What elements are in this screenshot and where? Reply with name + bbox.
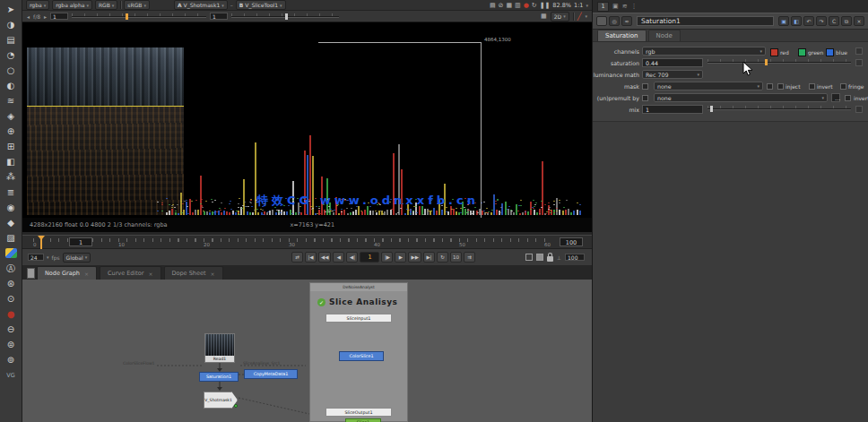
node-read[interactable]: Read1 — [204, 333, 235, 363]
luminance-math-select[interactable]: Rec 709▾ — [642, 70, 703, 79]
current-frame-field[interactable]: 1 — [69, 237, 92, 246]
bookmark-button[interactable]: ▣ — [778, 16, 789, 26]
refresh-icon[interactable]: ↻ — [532, 2, 537, 9]
play-backward-button[interactable]: ◀ — [333, 252, 344, 263]
node-color-slice[interactable]: ColorSlice1 — [339, 351, 384, 361]
backdrop-header-label[interactable]: DeNoiseAnalyst — [310, 283, 407, 291]
playhead[interactable] — [40, 236, 42, 249]
layer-dropdown[interactable]: rgba▾ — [26, 0, 49, 10]
layout-button[interactable] — [536, 254, 543, 261]
mask-checkbox[interactable] — [642, 83, 648, 90]
record-icon[interactable]: ● — [524, 2, 529, 9]
gamma-slider[interactable] — [231, 13, 339, 21]
draw-tool-icon[interactable]: ▤ — [3, 32, 20, 47]
mask-flag-fringe[interactable]: fringe — [840, 83, 864, 90]
chevron-down-icon[interactable]: ▾ — [586, 3, 588, 8]
redo-button[interactable]: ↷ — [816, 16, 827, 26]
bounce-mode-button[interactable]: ⇉ — [464, 252, 475, 263]
fullscreen-button[interactable] — [525, 254, 533, 261]
color-tool-icon[interactable]: ◐ — [3, 78, 20, 93]
playback-range-value[interactable]: 100 — [565, 254, 585, 261]
range-mode-dropdown[interactable]: Global▾ — [63, 253, 91, 263]
page-icon[interactable] — [27, 268, 35, 279]
properties-tab-saturation[interactable]: Saturation — [597, 30, 647, 41]
pause-icon[interactable]: ❚❚ — [540, 2, 551, 9]
close-tab-icon[interactable]: × — [148, 271, 152, 277]
tab-curve-editor[interactable]: Curve Editor× — [100, 266, 161, 280]
node-name-field[interactable]: Saturation1 — [637, 16, 774, 26]
pin-icon[interactable]: ▣ — [612, 3, 619, 10]
saturation-field[interactable]: 0.44 — [642, 58, 703, 67]
node-shotmask[interactable]: V_Shotmask1 — [204, 392, 238, 409]
node-saturation[interactable]: Saturation1 — [199, 372, 239, 382]
metadata-tool-icon[interactable]: ◆ — [3, 215, 20, 230]
playback-mode-icon[interactable]: ⊥ — [557, 254, 561, 261]
viewport-grid-icon[interactable]: ▦ — [541, 13, 547, 20]
close-tab-icon[interactable]: × — [84, 271, 89, 277]
step-forward-button[interactable]: |▶ — [381, 252, 393, 263]
framebuffer-icon[interactable]: ▤ — [490, 2, 496, 9]
close-tab-icon[interactable]: × — [210, 271, 214, 277]
gain-decrease-button[interactable]: ◂ — [27, 13, 30, 20]
node-color-swatch[interactable] — [596, 16, 607, 26]
mix-slider[interactable] — [707, 105, 851, 114]
gain-field[interactable]: 1 — [50, 13, 68, 20]
deep-tool-icon[interactable]: ≣ — [3, 185, 20, 200]
lock-range-icon[interactable] — [547, 256, 553, 262]
float-panel-button[interactable]: ⧉ — [841, 16, 852, 26]
chevron-down-icon[interactable]: ▾ — [585, 13, 587, 19]
filter-tool-icon[interactable]: ≋ — [3, 93, 20, 108]
channel-check-green[interactable]: green — [798, 48, 823, 56]
flipbook-icon[interactable]: ▦ — [506, 2, 512, 9]
undo-button[interactable]: ↶ — [803, 16, 814, 26]
saturation-slider[interactable] — [707, 58, 851, 67]
channels-dropdown[interactable]: rgba alpha▾ — [52, 0, 92, 10]
view-mode-dropdown[interactable]: 2D▾ — [551, 12, 569, 22]
plugin-colorful-icon[interactable] — [5, 248, 17, 258]
mix-field[interactable]: 1 — [642, 105, 703, 114]
plugin-red-icon[interactable]: ● — [3, 306, 20, 322]
chevron-down-icon[interactable]: ▾ — [47, 254, 49, 260]
channel-settings-box[interactable] — [855, 47, 863, 55]
tab-dope-sheet[interactable]: Dope Sheet× — [164, 266, 223, 280]
play-forward-fast-button[interactable]: ▶▶ — [408, 252, 421, 263]
image-tool-icon[interactable]: ◑ — [3, 17, 20, 32]
zoom-level[interactable]: 82.8% — [552, 2, 571, 9]
premult-checkbox[interactable] — [642, 95, 648, 101]
mix-animation-menu[interactable] — [855, 106, 863, 113]
goto-end-button[interactable]: ▶| — [423, 252, 435, 263]
merge-tool-icon[interactable]: ⊕ — [3, 124, 20, 139]
goto-start-button[interactable]: |◀ — [305, 252, 317, 263]
revert-button[interactable]: C — [829, 16, 839, 26]
loop-mode-button[interactable]: ↻ — [437, 252, 448, 263]
step-backward-button[interactable]: ◀| — [346, 252, 358, 263]
display-dropdown[interactable]: RGB▾ — [95, 0, 117, 10]
timeline-ruler[interactable]: 0102030405060 1 100 — [22, 235, 592, 249]
menu-icon[interactable]: ⋮ — [631, 3, 638, 10]
3d-tool-icon[interactable]: ◧ — [3, 154, 20, 169]
play-forward-button[interactable]: ▶ — [395, 252, 406, 263]
tab-node-graph[interactable]: Node Graph× — [37, 266, 97, 280]
input-a-dropdown[interactable]: AV_Shotmask1▾ — [174, 0, 228, 10]
plugin-f-icon[interactable]: ⊚ — [3, 352, 20, 367]
node-slice-input[interactable]: SliceInput1 — [326, 314, 392, 323]
mask-flag-inject[interactable]: inject — [777, 83, 800, 90]
monitor-out-icon[interactable]: ▥ — [515, 2, 521, 9]
plugin-a-icon[interactable]: Ⓐ — [3, 261, 20, 276]
fps-field[interactable]: 24 — [28, 254, 44, 261]
plugin-b-icon[interactable]: ⊛ — [3, 276, 20, 291]
toolsets-tool-icon[interactable]: ▨ — [3, 230, 20, 245]
vg-label-icon[interactable]: VG — [3, 367, 20, 383]
range-end-field[interactable]: 100 — [560, 237, 583, 246]
gain-slider[interactable] — [72, 13, 206, 21]
views-tool-icon[interactable]: ◉ — [3, 200, 20, 215]
close-panel-button[interactable]: × — [854, 16, 864, 26]
center-in-dag-icon[interactable]: ◎ — [609, 16, 620, 26]
premult-more-button[interactable]: … — [831, 93, 840, 102]
node-slice-green[interactable]: Slice1 — [345, 418, 381, 422]
frame-increment-field[interactable]: 10 — [450, 252, 462, 263]
premult-channel-select[interactable]: none▾ — [654, 93, 828, 102]
wipe-tool-icon[interactable]: ╱ — [577, 13, 582, 21]
particles-tool-icon[interactable]: ⁂ — [3, 169, 20, 185]
input-b-dropdown[interactable]: BV_SliceTool1▾ — [236, 0, 286, 10]
